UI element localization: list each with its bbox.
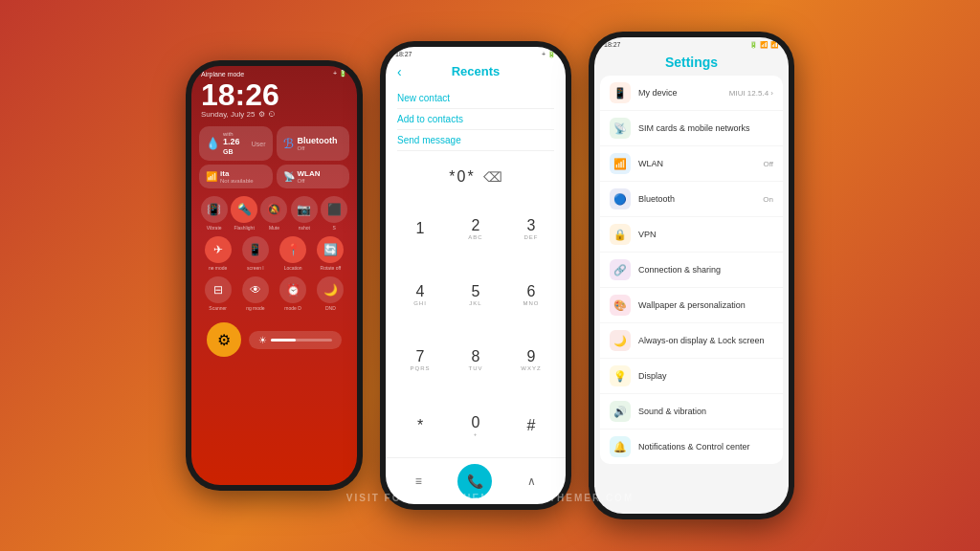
bluetooth-settings-icon: 🔵: [610, 188, 631, 209]
settings-title: Settings: [594, 51, 789, 76]
dial-number: *0*: [449, 168, 475, 186]
airplane-mode-label: Airplane mode: [201, 71, 244, 77]
airplane-btn[interactable]: ✈ ne mode: [205, 236, 232, 271]
phone-3-settings: 18:27 🔋 📶 📶 Settings 📱 My device MIUI 12…: [589, 32, 794, 519]
data-card[interactable]: 💧 with 1.26 GB User: [199, 126, 273, 161]
data-value: 1.26 GB: [223, 137, 249, 156]
settings-sound[interactable]: 🔊 Sound & vibration: [600, 394, 783, 430]
key-2[interactable]: 2ABC: [449, 197, 502, 261]
icon-row-2: ✈ ne mode 📱 screen I 📍 Location 🔄 Rotate…: [191, 234, 357, 275]
watermark: VISIT FOR MORE THEMES - MIUITHEMER.COM: [346, 493, 634, 503]
settings-wlan[interactable]: 📶 WLAN Off: [600, 146, 783, 182]
expand-button[interactable]: ∧: [527, 474, 536, 488]
key-5[interactable]: 5JKL: [449, 263, 502, 327]
menu-button[interactable]: ≡: [415, 474, 422, 488]
new-contact-btn[interactable]: New contact: [397, 88, 554, 109]
bluetooth-card[interactable]: ℬ Bluetooth Off: [277, 126, 350, 161]
clock-time: 18:26: [191, 79, 357, 110]
send-message-btn[interactable]: Send message: [397, 130, 554, 151]
control-row-2: 📶 ita Not available 📡 WLAN Off: [191, 165, 357, 192]
my-device-icon: 📱: [610, 82, 631, 103]
brightness-icon: ☀: [258, 335, 267, 345]
wlan-icon: 📶: [610, 153, 631, 174]
recents-title: Recents: [452, 64, 501, 78]
add-to-contacts-btn[interactable]: Add to contacts: [397, 109, 554, 130]
key-3[interactable]: 3DEF: [504, 197, 558, 261]
location-btn[interactable]: 📍 Location: [279, 236, 306, 271]
keypad: 1 2ABC 3DEF 4GHI 5JKL 6MNO 7PQRS 8TUV 9W…: [386, 197, 566, 457]
settings-aod[interactable]: 🌙 Always-on display & Lock screen: [600, 323, 783, 359]
wallpaper-icon: 🎨: [610, 295, 631, 316]
notification-icon: 🔔: [610, 436, 631, 457]
brightness-bar: [271, 339, 332, 342]
reading-btn[interactable]: 👁 ng mode: [242, 276, 269, 311]
status-bar-3: 18:27 🔋 📶 📶: [594, 37, 789, 51]
dial-display: *0* ⌫: [386, 157, 566, 197]
key-9[interactable]: 9WXYZ: [504, 328, 558, 392]
aod-icon: 🌙: [610, 330, 631, 351]
screen-btn[interactable]: 📱 screen I: [242, 236, 269, 271]
settings-notifications[interactable]: 🔔 Notifications & Control center: [600, 430, 783, 464]
contact-actions: New contact Add to contacts Send message: [386, 82, 566, 157]
rotate-btn[interactable]: 🔄 Rotate off: [317, 236, 344, 271]
bluetooth-icon: ℬ: [283, 136, 294, 151]
control-bottom: ⚙ ☀: [191, 319, 357, 361]
status-icons-1: + 🔋: [333, 70, 347, 77]
brightness-slider[interactable]: ☀: [249, 331, 342, 349]
settings-display[interactable]: 💡 Display: [600, 359, 783, 394]
sim-icon: 📡: [610, 118, 631, 139]
key-hash[interactable]: #: [504, 394, 558, 458]
phone-2-dialer: 18:27 + 🔋 ‹ Recents New contact Add to c…: [380, 41, 571, 510]
display-icon: 💡: [610, 365, 631, 386]
key-7[interactable]: 7PQRS: [393, 328, 447, 392]
dnd-btn[interactable]: 🌙 DND: [317, 276, 344, 311]
key-0[interactable]: 0+: [449, 394, 502, 458]
key-8[interactable]: 8TUV: [449, 328, 502, 392]
control-cards: 💧 with 1.26 GB User ℬ Bluetooth Off: [191, 122, 357, 165]
settings-list: 📱 My device MIUI 12.5.4 › 📡 SIM cards & …: [600, 76, 783, 464]
delete-button[interactable]: ⌫: [483, 169, 502, 185]
settings-vpn[interactable]: 🔒 VPN: [600, 217, 783, 253]
sound-icon: 🔊: [610, 401, 631, 422]
settings-bluetooth[interactable]: 🔵 Bluetooth On: [600, 182, 783, 217]
clock-date: Sunday, July 25 ⚙ ⏲: [191, 110, 357, 122]
key-star[interactable]: *: [393, 394, 447, 458]
settings-sim[interactable]: 📡 SIM cards & mobile networks: [600, 111, 783, 146]
clock-btn[interactable]: ⏰ mode D: [279, 276, 306, 311]
mute-btn[interactable]: 🔕 Mute: [260, 196, 287, 231]
settings-connection[interactable]: 🔗 Connection & sharing: [600, 253, 783, 288]
key-4[interactable]: 4GHI: [393, 263, 447, 327]
flashlight-btn[interactable]: 🔦 Flashlight: [231, 196, 257, 231]
sim-card[interactable]: 📶 ita Not available: [199, 165, 273, 188]
status-bar-2: 18:27 + 🔋: [386, 47, 566, 60]
wlan-card[interactable]: 📡 WLAN Off: [277, 165, 350, 188]
connection-icon: 🔗: [610, 259, 631, 280]
s-btn[interactable]: ⬛ S: [321, 196, 347, 231]
icon-row-1: 📳 Vibrate 🔦 Flashlight 🔕 Mute 📷 nshot ⬛ …: [191, 192, 357, 234]
icon-row-3: ⊟ Scanner 👁 ng mode ⏰ mode D 🌙 DND: [191, 275, 357, 315]
vpn-icon: 🔒: [610, 224, 631, 245]
key-1[interactable]: 1: [393, 197, 447, 261]
settings-my-device[interactable]: 📱 My device MIUI 12.5.4 ›: [600, 76, 783, 111]
scanner-btn[interactable]: ⊟ Scanner: [205, 276, 232, 311]
vibrate-btn[interactable]: 📳 Vibrate: [201, 196, 228, 231]
screenshot-btn[interactable]: 📷 nshot: [291, 196, 318, 231]
settings-wallpaper[interactable]: 🎨 Wallpaper & personalization: [600, 288, 783, 323]
home-button[interactable]: ⚙: [207, 322, 241, 357]
back-button[interactable]: ‹: [397, 64, 402, 79]
dialer-header: ‹ Recents: [386, 60, 566, 82]
phone-1-control-center: Airplane mode + 🔋 18:26 Sunday, July 25 …: [186, 60, 363, 491]
key-6[interactable]: 6MNO: [504, 263, 558, 327]
